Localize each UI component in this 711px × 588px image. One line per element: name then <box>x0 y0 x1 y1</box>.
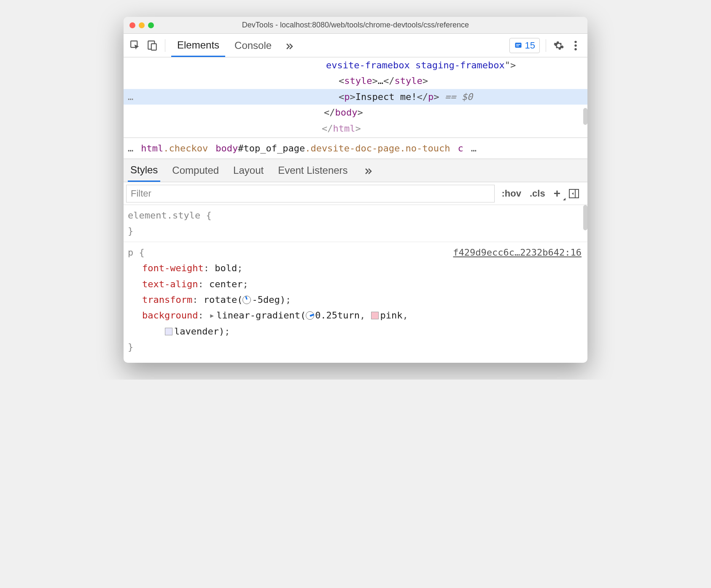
source-link[interactable]: f429d9ecc6c…2232b642:16 <box>453 245 582 260</box>
issues-badge[interactable]: 15 <box>509 38 540 53</box>
svg-point-7 <box>574 44 576 46</box>
breadcrumb: … html.checkov body#top_of_page.devsite-… <box>124 138 587 159</box>
svg-rect-9 <box>569 189 579 198</box>
tab-styles[interactable]: Styles <box>128 159 160 182</box>
cls-button[interactable]: .cls <box>525 188 549 199</box>
styles-filter-input-wrapper <box>126 185 495 202</box>
svg-rect-4 <box>516 44 520 45</box>
css-declaration[interactable]: text-align: center; <box>128 276 583 292</box>
breadcrumb-ellipsis[interactable]: … <box>471 143 477 154</box>
angle-swatch-icon[interactable] <box>306 311 314 320</box>
titlebar: DevTools - localhost:8080/web/tools/chro… <box>124 17 587 34</box>
new-style-rule-button[interactable]: + <box>549 187 565 200</box>
separator <box>546 39 546 52</box>
svg-rect-5 <box>516 46 519 46</box>
dom-selected-line[interactable]: … <p>Inspect me!</p> == $0 <box>124 89 587 105</box>
scrollbar-thumb[interactable] <box>583 108 587 125</box>
kebab-menu-icon[interactable] <box>569 39 582 52</box>
dom-line[interactable]: </html> <box>124 121 587 136</box>
tab-computed[interactable]: Computed <box>170 159 221 181</box>
main-toolbar: Elements Console 15 <box>124 34 587 57</box>
styles-body: element.style { } f429d9ecc6c…2232b642:1… <box>124 205 587 363</box>
minimize-window-button[interactable] <box>139 22 145 28</box>
dom-line[interactable]: evsite-framebox staging-framebox"> <box>124 57 587 73</box>
tab-event-listeners[interactable]: Event Listeners <box>275 159 350 181</box>
traffic-lights <box>129 22 154 28</box>
rule-element-style[interactable]: element.style { } <box>124 205 587 242</box>
inspect-element-icon[interactable] <box>129 39 142 52</box>
ellipsis-gutter[interactable]: … <box>124 89 142 105</box>
breadcrumb-ellipsis[interactable]: … <box>128 143 133 154</box>
angle-swatch-icon[interactable] <box>242 296 251 304</box>
css-declaration-continuation[interactable]: lavender); <box>128 324 583 339</box>
color-swatch-icon[interactable] <box>165 328 172 335</box>
tab-layout[interactable]: Layout <box>231 159 266 181</box>
close-window-button[interactable] <box>129 22 135 28</box>
tab-elements[interactable]: Elements <box>171 34 225 57</box>
separator <box>165 39 165 52</box>
dom-tree[interactable]: evsite-framebox staging-framebox"> <styl… <box>124 57 587 138</box>
styles-filter-input[interactable] <box>131 188 490 199</box>
device-toolbar-icon[interactable] <box>145 39 159 52</box>
dom-line[interactable]: <style>…</style> <box>124 73 587 89</box>
expand-icon[interactable]: ▸ <box>209 310 215 321</box>
color-swatch-icon[interactable] <box>371 312 379 319</box>
styles-tabbar: Styles Computed Layout Event Listeners <box>124 159 587 182</box>
dom-line[interactable]: </body> <box>124 105 587 120</box>
more-tabs-icon[interactable] <box>360 165 377 175</box>
devtools-window: DevTools - localhost:8080/web/tools/chro… <box>124 17 587 363</box>
issues-count: 15 <box>525 40 535 51</box>
svg-point-6 <box>574 40 576 43</box>
rule-p[interactable]: f429d9ecc6c…2232b642:16 p { font-weight:… <box>124 242 587 358</box>
window-title: DevTools - localhost:8080/web/tools/chro… <box>124 21 587 30</box>
hov-button[interactable]: :hov <box>497 188 525 199</box>
css-declaration[interactable]: transform: rotate(-5deg); <box>128 292 583 307</box>
maximize-window-button[interactable] <box>148 22 154 28</box>
settings-icon[interactable] <box>552 39 566 52</box>
css-declaration[interactable]: background: ▸linear-gradient(0.25turn, p… <box>128 307 583 323</box>
svg-rect-3 <box>515 43 521 48</box>
breadcrumb-item[interactable]: html.checkov <box>141 143 208 154</box>
styles-filter-row: :hov .cls + <box>124 182 587 205</box>
breadcrumb-item[interactable]: c <box>458 143 463 154</box>
breadcrumb-item[interactable]: body#top_of_page.devsite-doc-page.no-tou… <box>215 143 450 154</box>
more-tabs-icon[interactable] <box>281 40 298 51</box>
css-declaration[interactable]: font-weight: bold; <box>128 260 583 276</box>
tab-console[interactable]: Console <box>229 35 277 57</box>
svg-point-8 <box>574 48 576 50</box>
sidebar-toggle-icon[interactable] <box>565 189 583 198</box>
svg-rect-2 <box>151 43 156 50</box>
